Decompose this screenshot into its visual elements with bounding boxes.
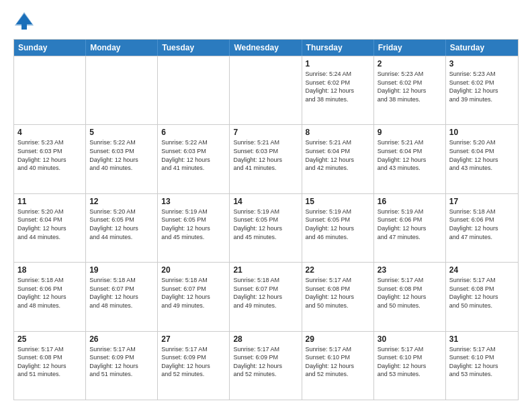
day-info: Sunrise: 5:23 AM Sunset: 6:02 PM Dayligh… <box>449 70 515 103</box>
calendar-cell: 31Sunrise: 5:17 AM Sunset: 6:10 PM Dayli… <box>446 332 518 400</box>
header-day-wednesday: Wednesday <box>230 40 302 56</box>
day-number: 15 <box>306 197 370 206</box>
calendar-row-4: 25Sunrise: 5:17 AM Sunset: 6:08 PM Dayli… <box>14 331 518 400</box>
day-info: Sunrise: 5:19 AM Sunset: 6:05 PM Dayligh… <box>306 208 370 241</box>
day-number: 21 <box>233 265 298 275</box>
calendar-row-0: 1Sunrise: 5:24 AM Sunset: 6:02 PM Daylig… <box>14 56 518 124</box>
calendar-cell: 30Sunrise: 5:17 AM Sunset: 6:10 PM Dayli… <box>374 332 446 400</box>
calendar-cell: 6Sunrise: 5:22 AM Sunset: 6:03 PM Daylig… <box>158 125 230 193</box>
day-number: 14 <box>233 197 298 206</box>
calendar-cell <box>230 56 302 124</box>
calendar-cell: 27Sunrise: 5:17 AM Sunset: 6:09 PM Dayli… <box>158 332 230 400</box>
day-info: Sunrise: 5:23 AM Sunset: 6:02 PM Dayligh… <box>378 70 442 103</box>
calendar-cell: 21Sunrise: 5:18 AM Sunset: 6:07 PM Dayli… <box>230 263 302 330</box>
day-info: Sunrise: 5:17 AM Sunset: 6:08 PM Dayligh… <box>17 345 82 379</box>
calendar-cell: 2Sunrise: 5:23 AM Sunset: 6:02 PM Daylig… <box>374 56 446 124</box>
calendar-cell: 1Sunrise: 5:24 AM Sunset: 6:02 PM Daylig… <box>302 56 374 124</box>
day-number: 31 <box>449 334 515 344</box>
day-info: Sunrise: 5:21 AM Sunset: 6:03 PM Dayligh… <box>233 138 298 172</box>
day-info: Sunrise: 5:18 AM Sunset: 6:07 PM Dayligh… <box>161 276 226 310</box>
day-info: Sunrise: 5:18 AM Sunset: 6:06 PM Dayligh… <box>17 276 82 310</box>
calendar-row-3: 18Sunrise: 5:18 AM Sunset: 6:06 PM Dayli… <box>14 262 518 330</box>
day-info: Sunrise: 5:22 AM Sunset: 6:03 PM Dayligh… <box>161 138 226 172</box>
day-info: Sunrise: 5:17 AM Sunset: 6:10 PM Dayligh… <box>449 345 515 379</box>
calendar-cell: 9Sunrise: 5:21 AM Sunset: 6:04 PM Daylig… <box>374 125 446 193</box>
calendar-cell: 23Sunrise: 5:17 AM Sunset: 6:08 PM Dayli… <box>374 263 446 330</box>
day-info: Sunrise: 5:21 AM Sunset: 6:04 PM Dayligh… <box>378 138 442 172</box>
calendar-cell: 26Sunrise: 5:17 AM Sunset: 6:09 PM Dayli… <box>86 332 158 400</box>
calendar: SundayMondayTuesdayWednesdayThursdayFrid… <box>13 39 519 400</box>
calendar-cell: 10Sunrise: 5:20 AM Sunset: 6:04 PM Dayli… <box>446 125 518 193</box>
calendar-cell: 24Sunrise: 5:17 AM Sunset: 6:08 PM Dayli… <box>446 263 518 330</box>
day-number: 30 <box>378 334 442 344</box>
calendar-cell <box>14 56 86 124</box>
day-number: 22 <box>306 265 370 275</box>
calendar-cell: 17Sunrise: 5:18 AM Sunset: 6:06 PM Dayli… <box>446 194 518 262</box>
day-number: 11 <box>17 197 82 206</box>
day-info: Sunrise: 5:22 AM Sunset: 6:03 PM Dayligh… <box>89 138 154 172</box>
calendar-row-2: 11Sunrise: 5:20 AM Sunset: 6:04 PM Dayli… <box>14 193 518 262</box>
calendar-cell: 8Sunrise: 5:21 AM Sunset: 6:04 PM Daylig… <box>302 125 374 193</box>
day-info: Sunrise: 5:17 AM Sunset: 6:09 PM Dayligh… <box>233 345 298 379</box>
svg-marker-1 <box>15 12 34 26</box>
day-info: Sunrise: 5:17 AM Sunset: 6:08 PM Dayligh… <box>449 276 515 310</box>
day-number: 17 <box>449 197 515 206</box>
day-info: Sunrise: 5:20 AM Sunset: 6:05 PM Dayligh… <box>89 208 154 241</box>
day-number: 12 <box>89 197 154 206</box>
calendar-cell <box>158 56 230 124</box>
calendar-cell: 19Sunrise: 5:18 AM Sunset: 6:07 PM Dayli… <box>86 263 158 330</box>
day-number: 28 <box>233 334 298 344</box>
day-number: 19 <box>89 265 154 275</box>
calendar-cell: 11Sunrise: 5:20 AM Sunset: 6:04 PM Dayli… <box>14 194 86 262</box>
day-info: Sunrise: 5:19 AM Sunset: 6:05 PM Dayligh… <box>233 208 298 241</box>
day-number: 24 <box>449 265 515 275</box>
calendar-cell: 7Sunrise: 5:21 AM Sunset: 6:03 PM Daylig… <box>230 125 302 193</box>
day-number: 1 <box>306 59 370 68</box>
day-number: 29 <box>306 334 370 344</box>
calendar-cell: 13Sunrise: 5:19 AM Sunset: 6:05 PM Dayli… <box>158 194 230 262</box>
day-number: 6 <box>161 128 226 137</box>
day-number: 4 <box>17 128 82 137</box>
day-info: Sunrise: 5:17 AM Sunset: 6:09 PM Dayligh… <box>89 345 154 379</box>
calendar-cell: 14Sunrise: 5:19 AM Sunset: 6:05 PM Dayli… <box>230 194 302 262</box>
day-info: Sunrise: 5:18 AM Sunset: 6:06 PM Dayligh… <box>449 208 515 241</box>
calendar-cell: 3Sunrise: 5:23 AM Sunset: 6:02 PM Daylig… <box>446 56 518 124</box>
day-info: Sunrise: 5:17 AM Sunset: 6:08 PM Dayligh… <box>378 276 442 310</box>
header-day-thursday: Thursday <box>302 40 374 56</box>
day-info: Sunrise: 5:21 AM Sunset: 6:04 PM Dayligh… <box>306 138 370 172</box>
day-info: Sunrise: 5:19 AM Sunset: 6:05 PM Dayligh… <box>161 208 226 241</box>
day-info: Sunrise: 5:19 AM Sunset: 6:06 PM Dayligh… <box>378 208 442 241</box>
logo-icon <box>13 11 35 32</box>
calendar-cell: 15Sunrise: 5:19 AM Sunset: 6:05 PM Dayli… <box>302 194 374 262</box>
day-number: 23 <box>378 265 442 275</box>
calendar-cell: 4Sunrise: 5:23 AM Sunset: 6:03 PM Daylig… <box>14 125 86 193</box>
day-info: Sunrise: 5:23 AM Sunset: 6:03 PM Dayligh… <box>17 138 82 172</box>
header-day-friday: Friday <box>374 40 446 56</box>
calendar-cell: 28Sunrise: 5:17 AM Sunset: 6:09 PM Dayli… <box>230 332 302 400</box>
header-day-tuesday: Tuesday <box>158 40 230 56</box>
header <box>13 11 519 32</box>
day-info: Sunrise: 5:24 AM Sunset: 6:02 PM Dayligh… <box>306 70 370 103</box>
logo <box>13 11 38 32</box>
day-number: 25 <box>17 334 82 344</box>
day-info: Sunrise: 5:17 AM Sunset: 6:10 PM Dayligh… <box>306 345 370 379</box>
day-info: Sunrise: 5:18 AM Sunset: 6:07 PM Dayligh… <box>233 276 298 310</box>
day-number: 26 <box>89 334 154 344</box>
calendar-cell: 16Sunrise: 5:19 AM Sunset: 6:06 PM Dayli… <box>374 194 446 262</box>
day-info: Sunrise: 5:20 AM Sunset: 6:04 PM Dayligh… <box>17 208 82 241</box>
calendar-cell: 22Sunrise: 5:17 AM Sunset: 6:08 PM Dayli… <box>302 263 374 330</box>
header-day-saturday: Saturday <box>446 40 518 56</box>
day-info: Sunrise: 5:20 AM Sunset: 6:04 PM Dayligh… <box>449 138 515 172</box>
day-number: 3 <box>449 59 515 68</box>
calendar-cell: 5Sunrise: 5:22 AM Sunset: 6:03 PM Daylig… <box>86 125 158 193</box>
calendar-header: SundayMondayTuesdayWednesdayThursdayFrid… <box>14 40 518 56</box>
day-number: 16 <box>378 197 442 206</box>
day-number: 9 <box>378 128 442 137</box>
header-day-monday: Monday <box>86 40 158 56</box>
day-number: 8 <box>306 128 370 137</box>
calendar-cell: 12Sunrise: 5:20 AM Sunset: 6:05 PM Dayli… <box>86 194 158 262</box>
day-number: 20 <box>161 265 226 275</box>
day-number: 13 <box>161 197 226 206</box>
day-number: 10 <box>449 128 515 137</box>
day-info: Sunrise: 5:17 AM Sunset: 6:08 PM Dayligh… <box>306 276 370 310</box>
